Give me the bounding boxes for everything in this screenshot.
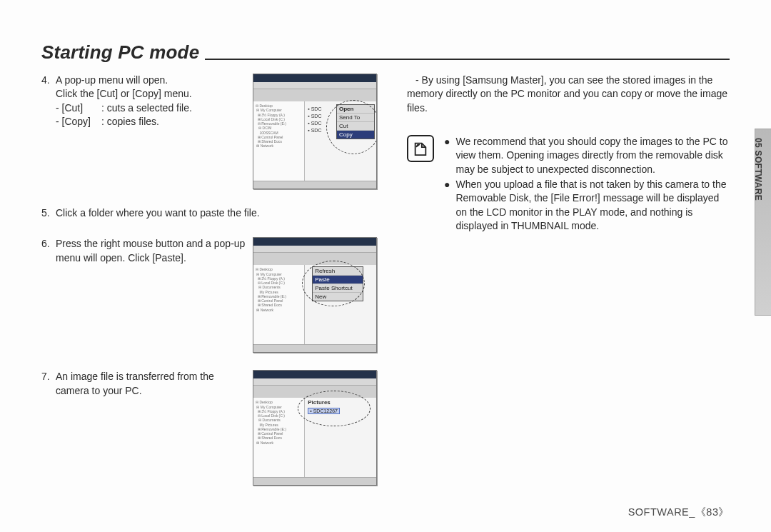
- note-bullet-2: ●When you upload a file that is not take…: [444, 178, 730, 233]
- screenshot-thumb-3: ⊟ Desktop ⊟ My Computer ⊞ 3½ Floppy (A:)…: [253, 370, 377, 486]
- thumb2-tree: ⊟ Desktop ⊟ My Computer ⊞ 3½ Floppy (A:)…: [253, 265, 305, 345]
- step-4: 4. A pop-up menu will open. Click the [C…: [41, 74, 377, 189]
- right-para: - By using [Samsung Master], you can see…: [407, 74, 730, 115]
- step-6: 6. Press the right mouse button and a po…: [41, 237, 377, 353]
- step4-copy-val: : copies files.: [101, 115, 247, 129]
- step-5: 5. Click a folder where you want to past…: [41, 206, 377, 220]
- side-tab: 05 SOFTWARE: [755, 129, 771, 316]
- screenshot-thumb-2: ⊟ Desktop ⊟ My Computer ⊞ 3½ Floppy (A:)…: [253, 237, 377, 353]
- step4-line1: A pop-up menu will open.: [56, 74, 168, 87]
- step-7: 7. An image file is transferred from the…: [41, 370, 377, 486]
- page-title-row: Starting PC mode: [41, 41, 730, 64]
- step4-cut-key: - [Cut]: [56, 101, 101, 115]
- step5-text: Click a folder where you want to paste t…: [56, 206, 260, 220]
- step-num-4: 4.: [41, 74, 51, 87]
- note-block: ●We recommend that you should copy the i…: [407, 135, 730, 234]
- step-num-5: 5.: [41, 206, 51, 220]
- thumb1-tree: ⊟ Desktop ⊟ My Computer ⊞ 3½ Floppy (A:)…: [253, 101, 305, 181]
- step4-copy-key: - [Copy]: [56, 115, 101, 129]
- left-column: 4. A pop-up menu will open. Click the [C…: [41, 74, 377, 503]
- thumb1-files: ▪ SDC ▪ SDC ▪ SDC ▪ SDC: [308, 106, 321, 134]
- title-rule: [205, 59, 730, 60]
- note-icon: [407, 135, 434, 162]
- step4-line2: Click the [Cut] or [Copy] menu.: [41, 87, 247, 101]
- page-title: Starting PC mode: [41, 41, 205, 64]
- side-tab-label: 05 SOFTWARE: [753, 138, 763, 201]
- step-num-7: 7.: [41, 370, 51, 398]
- screenshot-thumb-1: ⊟ Desktop ⊟ My Computer ⊞ 3½ Floppy (A:)…: [253, 74, 377, 189]
- step-num-6: 6.: [41, 237, 51, 265]
- step7-text: An image file is transferred from the ca…: [56, 370, 247, 398]
- note-bullet-1: ●We recommend that you should copy the i…: [444, 135, 730, 176]
- right-column: - By using [Samsung Master], you can see…: [407, 74, 730, 503]
- step4-cut-val: : cuts a selected file.: [101, 101, 247, 115]
- step6-text: Press the right mouse button and a pop-u…: [56, 237, 247, 265]
- page-footer: SOFTWARE_《83》: [628, 506, 730, 519]
